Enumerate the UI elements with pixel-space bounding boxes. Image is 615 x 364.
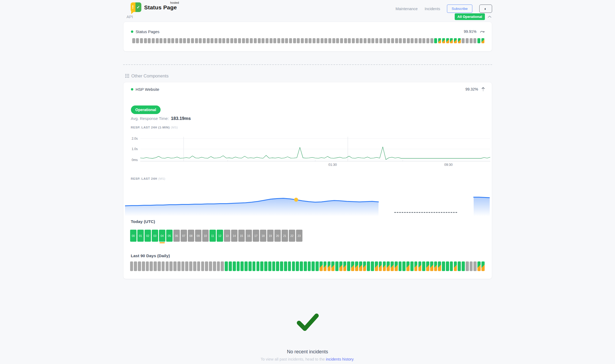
hour-block-07[interactable]: 07 — [181, 230, 187, 242]
uptime-bar[interactable] — [438, 38, 441, 43]
uptime-bar[interactable] — [403, 38, 406, 43]
daily-bar[interactable] — [300, 261, 303, 271]
daily-bar[interactable] — [193, 261, 196, 271]
hour-block-20[interactable]: 20 — [274, 230, 281, 242]
uptime-bar[interactable] — [183, 38, 186, 43]
daily-bar[interactable] — [138, 261, 141, 271]
uptime-bar[interactable] — [434, 38, 437, 43]
daily-bar[interactable] — [446, 261, 449, 271]
uptime-bar[interactable] — [226, 38, 229, 43]
hour-block-14[interactable]: 14 — [231, 230, 238, 242]
daily-bar[interactable] — [422, 261, 425, 271]
uptime-bar[interactable] — [266, 38, 268, 43]
uptime-bar[interactable] — [277, 38, 280, 43]
uptime-bar[interactable] — [419, 38, 422, 43]
uptime-bar[interactable] — [309, 38, 312, 43]
daily-bar[interactable] — [450, 261, 453, 271]
hour-block-12[interactable]: 12 — [217, 230, 223, 242]
daily-bar[interactable] — [462, 261, 465, 271]
chevron-up-icon[interactable] — [488, 15, 492, 18]
uptime-bar[interactable] — [379, 38, 382, 43]
uptime-bar[interactable] — [407, 38, 410, 43]
uptime-bar[interactable] — [391, 38, 394, 43]
uptime-bar[interactable] — [387, 38, 390, 43]
uptime-bar[interactable] — [442, 38, 445, 43]
daily-bar[interactable] — [379, 261, 382, 271]
daily-bar[interactable] — [272, 261, 275, 271]
daily-bar[interactable] — [217, 261, 220, 271]
daily-bar[interactable] — [134, 261, 137, 271]
daily-bar[interactable] — [185, 261, 188, 271]
uptime-bar[interactable] — [148, 38, 151, 43]
daily-bar[interactable] — [189, 261, 192, 271]
uptime-bar[interactable] — [336, 38, 339, 43]
uptime-bar[interactable] — [164, 38, 166, 43]
daily-bar[interactable] — [355, 261, 358, 271]
daily-bar[interactable] — [248, 261, 252, 271]
uptime-bar[interactable] — [234, 38, 237, 43]
daily-bar[interactable] — [280, 261, 283, 271]
daily-bar[interactable] — [264, 261, 267, 271]
uptime-bar[interactable] — [422, 38, 425, 43]
uptime-bar[interactable] — [222, 38, 225, 43]
uptime-bar[interactable] — [411, 38, 414, 43]
daily-bar[interactable] — [209, 261, 212, 271]
daily-bar[interactable] — [146, 261, 149, 271]
daily-bar[interactable] — [316, 261, 319, 271]
uptime-bar[interactable] — [321, 38, 324, 43]
uptime-bar[interactable] — [254, 38, 257, 43]
hour-block-13[interactable]: 13 — [224, 230, 231, 242]
daily-bar[interactable] — [304, 261, 307, 271]
uptime-bar[interactable] — [470, 38, 473, 43]
daily-bar[interactable] — [166, 261, 169, 271]
uptime-bar[interactable] — [466, 38, 469, 43]
daily-bar[interactable] — [367, 261, 370, 271]
daily-bar[interactable] — [130, 261, 133, 271]
daily-bar[interactable] — [371, 261, 374, 271]
uptime-bar[interactable] — [187, 38, 190, 43]
daily-bar[interactable] — [426, 261, 429, 271]
nav-maintenance[interactable]: Maintenance — [395, 7, 418, 11]
daily-bar[interactable] — [339, 261, 342, 271]
hour-block-00[interactable]: 00 — [130, 230, 137, 242]
uptime-bar[interactable] — [395, 38, 398, 43]
daily-bar[interactable] — [324, 261, 327, 271]
daily-bar[interactable] — [288, 261, 291, 271]
uptime-bar[interactable] — [281, 38, 284, 43]
daily-bar[interactable] — [276, 261, 279, 271]
uptime-bar[interactable] — [313, 38, 316, 43]
daily-bar[interactable] — [252, 261, 256, 271]
uptime-bar[interactable] — [462, 38, 465, 43]
uptime-bar[interactable] — [179, 38, 182, 43]
uptime-bar[interactable] — [317, 38, 320, 43]
uptime-bar[interactable] — [191, 38, 194, 43]
uptime-bar[interactable] — [199, 38, 202, 43]
uptime-bar[interactable] — [473, 38, 476, 43]
uptime-bar[interactable] — [203, 38, 206, 43]
uptime-bar[interactable] — [159, 38, 162, 43]
uptime-bar[interactable] — [136, 38, 139, 43]
uptime-bar[interactable] — [340, 38, 343, 43]
uptime-bar[interactable] — [293, 38, 296, 43]
daily-bar[interactable] — [410, 261, 414, 271]
uptime-bar[interactable] — [364, 38, 367, 43]
daily-bar[interactable] — [331, 261, 334, 271]
uptime-bar[interactable] — [454, 38, 457, 43]
daily-bar[interactable] — [434, 261, 437, 271]
daily-bar[interactable] — [173, 261, 177, 271]
uptime-bar[interactable] — [305, 38, 308, 43]
daily-bar[interactable] — [229, 261, 232, 271]
uptime-bar[interactable] — [132, 38, 135, 43]
uptime-bar[interactable] — [426, 38, 429, 43]
daily-bar[interactable] — [406, 261, 410, 271]
hour-block-03[interactable]: 03 — [152, 230, 158, 242]
daily-bar[interactable] — [260, 261, 263, 271]
hour-block-16[interactable]: 16 — [246, 230, 252, 242]
hour-block-23[interactable]: 23 — [296, 230, 303, 242]
daily-bar[interactable] — [162, 261, 165, 271]
daily-bar[interactable] — [308, 261, 311, 271]
uptime-bar[interactable] — [207, 38, 210, 43]
daily-bar[interactable] — [256, 261, 260, 271]
daily-bar[interactable] — [154, 261, 157, 271]
daily-bar[interactable] — [466, 261, 469, 271]
